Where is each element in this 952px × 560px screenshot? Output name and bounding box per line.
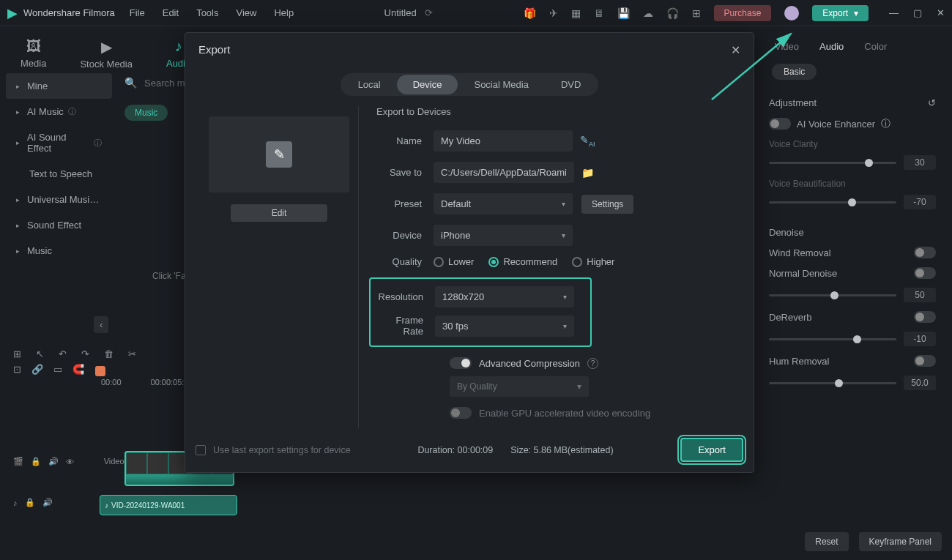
close-window-icon[interactable]: ✕ [937,7,945,18]
redo-icon[interactable]: ↷ [81,348,89,359]
lock-icon[interactable]: 🔒 [25,498,35,507]
media-icon: 🖼 [26,38,41,55]
tab-social[interactable]: Social Media [458,75,544,94]
folder-icon[interactable]: 📁 [581,167,594,179]
magnet-icon[interactable]: 🧲 [72,364,84,375]
quality-higher[interactable]: Higher [572,256,614,267]
headphones-icon[interactable]: 🎧 [666,7,679,19]
voice-beaut-label: Voice Beautification [769,174,936,190]
sync-icon[interactable]: ⟳ [425,7,433,18]
tab-audio-props[interactable]: Audio [819,41,844,52]
preset-select[interactable]: Default▾ [434,193,573,214]
audio-icon: ♪ [175,38,182,55]
video-track-head[interactable]: 🎬 🔒 🔊 👁 [6,454,94,469]
menu-tools[interactable]: Tools [196,7,218,18]
apps-icon[interactable]: ▦ [571,7,581,19]
sidebar-item-ai-music[interactable]: ▸AI Musicⓘ [6,99,112,124]
sidebar-item-music[interactable]: ▸Music [6,238,112,264]
quality-recommend[interactable]: Recommend [488,256,557,267]
minimize-icon[interactable]: — [889,7,899,18]
cursor-icon[interactable]: ↖ [36,348,44,359]
undo-icon[interactable]: ↶ [59,348,67,359]
keyframe-panel-button[interactable]: Keyframe Panel [859,532,942,551]
reset-icon[interactable]: ↺ [928,97,936,108]
denoise-heading: Denoise [769,227,804,238]
wind-toggle[interactable] [914,247,936,258]
group-icon[interactable]: ▭ [53,364,62,375]
delete-icon[interactable]: 🗑 [104,348,114,359]
tab-stock-media[interactable]: ▶Stock Media [74,34,138,74]
save-to-input[interactable]: C:/Users/Dell/AppData/Roami [434,162,574,183]
purchase-button[interactable]: Purchase [714,5,772,21]
hum-slider[interactable] [769,382,896,384]
ai-voice-toggle[interactable] [769,118,791,130]
name-input[interactable]: My Video [434,130,573,152]
document-title: Untitled ⟳ [294,7,523,18]
tab-device[interactable]: Device [397,75,458,94]
normal-slider[interactable] [769,294,896,296]
link-icon[interactable]: 🔗 [31,364,43,375]
collapse-sidebar-button[interactable]: ‹ [94,316,108,333]
device-select[interactable]: iPhone▾ [434,225,573,246]
audio-track-head[interactable]: ♪ 🔒 🔊 [6,495,94,510]
export-confirm-button[interactable]: Export [680,438,743,462]
tab-color[interactable]: Color [864,41,887,52]
tab-video[interactable]: Video [775,41,799,52]
basic-chip[interactable]: Basic [772,64,817,80]
cut-icon[interactable]: ✂ [128,348,136,359]
edit-button[interactable]: Edit [231,204,327,222]
gpu-toggle[interactable] [450,407,472,419]
voice-beaut-slider[interactable] [769,201,896,204]
menu-edit[interactable]: Edit [163,7,179,18]
sidebar-item-universal[interactable]: ▸Universal Musi… [6,187,112,212]
settings-button[interactable]: Settings [581,195,633,214]
save-icon[interactable]: 💾 [617,7,630,19]
sidebar-item-sound-effect[interactable]: ▸Sound Effect [6,212,112,238]
quality-lower[interactable]: Lower [434,256,474,267]
send-icon[interactable]: ✈ [549,7,558,19]
use-last-checkbox[interactable] [196,445,206,455]
eye-icon[interactable]: 👁 [66,458,74,466]
menu-view[interactable]: View [236,7,256,18]
user-avatar[interactable] [784,6,799,20]
resolution-select[interactable]: 1280x720▾ [435,286,574,307]
tag-music[interactable]: Music [124,105,168,121]
close-dialog-icon[interactable]: ✕ [731,43,740,57]
tool-icon[interactable]: ⊞ [13,348,21,359]
sidebar-item-mine[interactable]: ▸Mine [6,73,112,99]
adjustment-heading: Adjustment [769,97,817,108]
chevron-down-icon: ▾ [577,381,581,392]
cloud-icon[interactable]: ☁ [643,7,653,19]
audio-track-icon: ♪ [13,499,18,507]
sidebar-item-tts[interactable]: Text to Speech [6,161,112,187]
reset-button[interactable]: Reset [805,532,848,551]
lock-icon[interactable]: 🔒 [31,457,41,466]
dereverb-slider[interactable] [769,338,896,340]
dereverb-toggle[interactable] [914,311,936,323]
sidebar: ▸Mine ▸AI Musicⓘ ▸AI Sound Effectⓘ Text … [6,73,112,264]
gift-icon[interactable]: 🎁 [524,7,536,19]
normal-denoise-toggle[interactable] [914,267,936,279]
marker-icon[interactable]: ⊡ [13,364,21,375]
tab-media[interactable]: 🖼Media [15,34,52,74]
hum-toggle[interactable] [914,355,936,367]
monitor-icon[interactable]: 🖥 [594,7,604,19]
edit-pencil-icon[interactable]: ✎ [266,141,292,168]
framerate-select[interactable]: 30 fps▾ [435,316,574,337]
compression-mode-select[interactable]: By Quality▾ [450,376,589,397]
advanced-compression-toggle[interactable] [450,357,472,369]
export-button-top[interactable]: Export ▾ [812,5,869,21]
menu-file[interactable]: File [130,7,145,18]
grid-icon[interactable]: ⊞ [692,7,701,19]
sidebar-item-ai-sound[interactable]: ▸AI Sound Effectⓘ [6,124,112,161]
mute-icon[interactable]: 🔊 [42,498,53,507]
ai-edit-icon[interactable]: ✎AI [580,134,595,148]
maximize-icon[interactable]: ▢ [913,7,922,18]
tab-dvd[interactable]: DVD [545,75,597,94]
tab-local[interactable]: Local [342,75,397,94]
menu-help[interactable]: Help [274,7,294,18]
voice-clarity-slider[interactable] [769,162,896,164]
help-icon[interactable]: ? [587,358,598,369]
mute-icon[interactable]: 🔊 [48,457,59,466]
audio-clip[interactable]: ♪ VID-20240129-WA001 [100,495,237,515]
